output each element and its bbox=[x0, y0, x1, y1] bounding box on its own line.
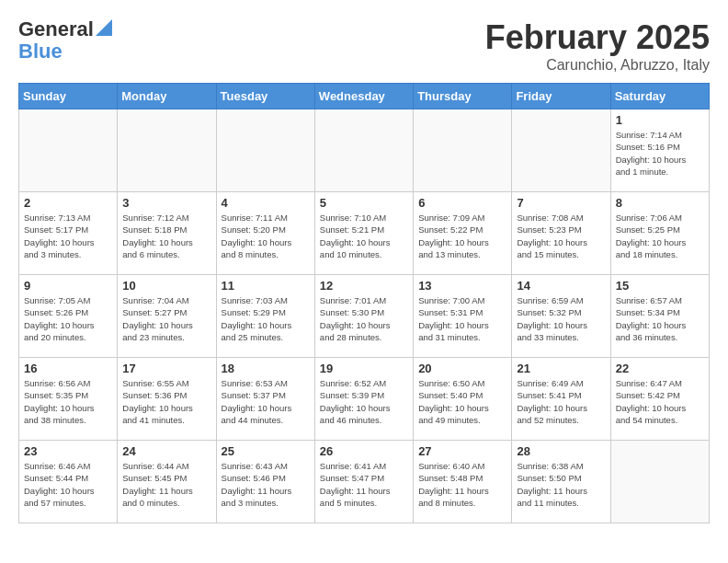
day-info: Sunrise: 7:11 AM Sunset: 5:20 PM Dayligh… bbox=[222, 212, 310, 260]
day-info: Sunrise: 7:06 AM Sunset: 5:25 PM Dayligh… bbox=[616, 212, 704, 260]
calendar-cell: 19Sunrise: 6:52 AM Sunset: 5:39 PM Dayli… bbox=[314, 358, 413, 441]
day-number: 21 bbox=[517, 362, 605, 375]
day-number: 6 bbox=[418, 196, 506, 210]
day-number: 9 bbox=[24, 279, 112, 293]
day-number: 8 bbox=[616, 196, 704, 210]
logo-blue: Blue bbox=[18, 40, 112, 63]
day-info: Sunrise: 7:10 AM Sunset: 5:21 PM Dayligh… bbox=[320, 212, 408, 260]
calendar-cell: 2Sunrise: 7:13 AM Sunset: 5:17 PM Daylig… bbox=[19, 192, 118, 275]
day-info: Sunrise: 6:50 AM Sunset: 5:40 PM Dayligh… bbox=[418, 377, 506, 426]
calendar-cell: 7Sunrise: 7:08 AM Sunset: 5:23 PM Daylig… bbox=[512, 192, 610, 275]
calendar-cell: 4Sunrise: 7:11 AM Sunset: 5:20 PM Daylig… bbox=[216, 192, 314, 275]
day-number: 15 bbox=[616, 279, 704, 293]
day-info: Sunrise: 7:05 AM Sunset: 5:26 PM Dayligh… bbox=[24, 294, 112, 343]
calendar-cell bbox=[314, 109, 413, 192]
day-info: Sunrise: 7:13 AM Sunset: 5:17 PM Dayligh… bbox=[24, 212, 112, 260]
day-info: Sunrise: 6:53 AM Sunset: 5:37 PM Dayligh… bbox=[222, 377, 310, 426]
day-number: 26 bbox=[320, 444, 408, 458]
calendar-cell: 5Sunrise: 7:10 AM Sunset: 5:21 PM Daylig… bbox=[314, 192, 413, 275]
svg-marker-0 bbox=[96, 19, 112, 36]
day-info: Sunrise: 7:00 AM Sunset: 5:31 PM Dayligh… bbox=[418, 294, 506, 343]
week-row-2: 2Sunrise: 7:13 AM Sunset: 5:17 PM Daylig… bbox=[19, 192, 710, 275]
day-number: 12 bbox=[320, 279, 408, 293]
calendar-cell: 24Sunrise: 6:44 AM Sunset: 5:45 PM Dayli… bbox=[118, 441, 216, 523]
calendar-cell: 3Sunrise: 7:12 AM Sunset: 5:18 PM Daylig… bbox=[118, 192, 216, 275]
day-info: Sunrise: 7:08 AM Sunset: 5:23 PM Dayligh… bbox=[517, 212, 605, 260]
calendar-cell: 12Sunrise: 7:01 AM Sunset: 5:30 PM Dayli… bbox=[314, 275, 413, 358]
day-info: Sunrise: 7:03 AM Sunset: 5:29 PM Dayligh… bbox=[222, 294, 310, 343]
month-title: February 2025 bbox=[485, 18, 710, 57]
day-number: 20 bbox=[418, 362, 506, 375]
logo: General Blue bbox=[18, 18, 112, 63]
calendar-header-row: SundayMondayTuesdayWednesdayThursdayFrid… bbox=[19, 84, 710, 109]
calendar-cell: 26Sunrise: 6:41 AM Sunset: 5:47 PM Dayli… bbox=[314, 441, 413, 523]
weekday-header-wednesday: Wednesday bbox=[314, 84, 413, 109]
calendar-cell: 17Sunrise: 6:55 AM Sunset: 5:36 PM Dayli… bbox=[118, 358, 216, 441]
weekday-header-friday: Friday bbox=[512, 84, 610, 109]
calendar-cell: 14Sunrise: 6:59 AM Sunset: 5:32 PM Dayli… bbox=[512, 275, 610, 358]
week-row-5: 23Sunrise: 6:46 AM Sunset: 5:44 PM Dayli… bbox=[19, 441, 710, 523]
logo-arrow-icon bbox=[96, 19, 112, 36]
day-number: 4 bbox=[222, 196, 310, 210]
day-info: Sunrise: 7:04 AM Sunset: 5:27 PM Dayligh… bbox=[122, 294, 210, 343]
calendar-cell: 16Sunrise: 6:56 AM Sunset: 5:35 PM Dayli… bbox=[19, 358, 118, 441]
day-number: 2 bbox=[24, 196, 112, 210]
calendar-cell bbox=[610, 441, 709, 523]
calendar-cell: 10Sunrise: 7:04 AM Sunset: 5:27 PM Dayli… bbox=[118, 275, 216, 358]
page-header: General Blue February 2025 Carunchio, Ab… bbox=[18, 18, 710, 74]
day-info: Sunrise: 6:41 AM Sunset: 5:47 PM Dayligh… bbox=[320, 460, 408, 509]
calendar-cell: 15Sunrise: 6:57 AM Sunset: 5:34 PM Dayli… bbox=[610, 275, 709, 358]
calendar-cell: 27Sunrise: 6:40 AM Sunset: 5:48 PM Dayli… bbox=[414, 441, 512, 523]
calendar-cell: 8Sunrise: 7:06 AM Sunset: 5:25 PM Daylig… bbox=[610, 192, 709, 275]
day-number: 17 bbox=[122, 362, 210, 375]
day-number: 7 bbox=[517, 196, 605, 210]
day-info: Sunrise: 6:47 AM Sunset: 5:42 PM Dayligh… bbox=[616, 377, 704, 426]
weekday-header-saturday: Saturday bbox=[610, 84, 709, 109]
calendar-table: SundayMondayTuesdayWednesdayThursdayFrid… bbox=[18, 83, 710, 523]
calendar-cell bbox=[414, 109, 512, 192]
day-number: 27 bbox=[418, 444, 506, 458]
day-number: 1 bbox=[616, 113, 704, 127]
calendar-cell: 13Sunrise: 7:00 AM Sunset: 5:31 PM Dayli… bbox=[414, 275, 512, 358]
day-number: 18 bbox=[222, 362, 310, 375]
calendar-cell bbox=[216, 109, 314, 192]
day-info: Sunrise: 6:55 AM Sunset: 5:36 PM Dayligh… bbox=[122, 377, 210, 426]
weekday-header-thursday: Thursday bbox=[414, 84, 512, 109]
calendar-cell: 9Sunrise: 7:05 AM Sunset: 5:26 PM Daylig… bbox=[19, 275, 118, 358]
day-number: 25 bbox=[222, 444, 310, 458]
calendar-cell: 28Sunrise: 6:38 AM Sunset: 5:50 PM Dayli… bbox=[512, 441, 610, 523]
day-info: Sunrise: 6:52 AM Sunset: 5:39 PM Dayligh… bbox=[320, 377, 408, 426]
day-info: Sunrise: 7:14 AM Sunset: 5:16 PM Dayligh… bbox=[616, 129, 704, 178]
day-number: 3 bbox=[122, 196, 210, 210]
day-info: Sunrise: 6:40 AM Sunset: 5:48 PM Dayligh… bbox=[418, 460, 506, 509]
day-number: 11 bbox=[222, 279, 310, 293]
day-info: Sunrise: 7:12 AM Sunset: 5:18 PM Dayligh… bbox=[122, 212, 210, 260]
day-number: 28 bbox=[517, 444, 605, 458]
day-info: Sunrise: 6:44 AM Sunset: 5:45 PM Dayligh… bbox=[122, 460, 210, 509]
day-number: 14 bbox=[517, 279, 605, 293]
day-number: 5 bbox=[320, 196, 408, 210]
calendar-cell: 6Sunrise: 7:09 AM Sunset: 5:22 PM Daylig… bbox=[414, 192, 512, 275]
day-number: 24 bbox=[122, 444, 210, 458]
day-number: 16 bbox=[24, 362, 112, 375]
week-row-4: 16Sunrise: 6:56 AM Sunset: 5:35 PM Dayli… bbox=[19, 358, 710, 441]
day-number: 10 bbox=[122, 279, 210, 293]
day-info: Sunrise: 6:57 AM Sunset: 5:34 PM Dayligh… bbox=[616, 294, 704, 343]
day-number: 23 bbox=[24, 444, 112, 458]
week-row-1: 1Sunrise: 7:14 AM Sunset: 5:16 PM Daylig… bbox=[19, 109, 710, 192]
calendar-cell bbox=[512, 109, 610, 192]
calendar-cell: 1Sunrise: 7:14 AM Sunset: 5:16 PM Daylig… bbox=[610, 109, 709, 192]
day-info: Sunrise: 6:49 AM Sunset: 5:41 PM Dayligh… bbox=[517, 377, 605, 426]
logo-general: General bbox=[18, 18, 94, 40]
day-info: Sunrise: 6:56 AM Sunset: 5:35 PM Dayligh… bbox=[24, 377, 112, 426]
week-row-3: 9Sunrise: 7:05 AM Sunset: 5:26 PM Daylig… bbox=[19, 275, 710, 358]
calendar-cell: 25Sunrise: 6:43 AM Sunset: 5:46 PM Dayli… bbox=[216, 441, 314, 523]
day-info: Sunrise: 7:09 AM Sunset: 5:22 PM Dayligh… bbox=[418, 212, 506, 260]
weekday-header-monday: Monday bbox=[118, 84, 216, 109]
calendar-cell: 23Sunrise: 6:46 AM Sunset: 5:44 PM Dayli… bbox=[19, 441, 118, 523]
calendar-cell: 18Sunrise: 6:53 AM Sunset: 5:37 PM Dayli… bbox=[216, 358, 314, 441]
day-number: 22 bbox=[616, 362, 704, 375]
calendar-cell: 21Sunrise: 6:49 AM Sunset: 5:41 PM Dayli… bbox=[512, 358, 610, 441]
calendar-cell: 11Sunrise: 7:03 AM Sunset: 5:29 PM Dayli… bbox=[216, 275, 314, 358]
weekday-header-tuesday: Tuesday bbox=[216, 84, 314, 109]
